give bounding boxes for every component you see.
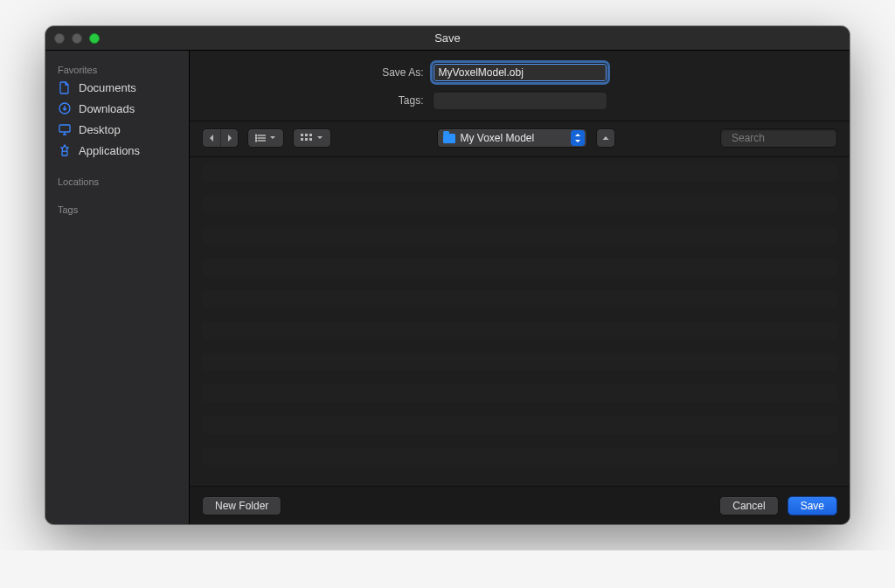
tags-input[interactable] xyxy=(433,91,607,110)
svg-rect-10 xyxy=(309,134,312,136)
chevron-down-icon xyxy=(269,135,276,141)
grid-icon xyxy=(301,134,313,142)
svg-point-6 xyxy=(255,137,257,139)
toolbar: My Voxel Model xyxy=(190,121,850,157)
minimize-window-button[interactable] xyxy=(72,33,82,44)
sidebar-item-label: Desktop xyxy=(79,123,121,136)
sidebar-item-label: Documents xyxy=(79,81,136,94)
titlebar: Save xyxy=(45,26,850,51)
nav-back-forward xyxy=(202,128,239,148)
save-as-label: Save As: xyxy=(232,66,424,79)
traffic-lights xyxy=(54,33,100,44)
new-folder-button[interactable]: New Folder xyxy=(202,496,281,515)
file-row-placeholder xyxy=(202,290,837,308)
sidebar: Favorites Documents Downloads Desktop xyxy=(45,51,190,524)
svg-rect-11 xyxy=(301,138,303,141)
search-field[interactable] xyxy=(720,128,837,148)
file-row-placeholder xyxy=(202,196,837,213)
sidebar-item-applications[interactable]: Applications xyxy=(45,140,189,161)
save-form: Save As: Tags: xyxy=(190,51,850,121)
svg-point-7 xyxy=(255,140,257,142)
svg-point-5 xyxy=(255,135,257,136)
file-row-placeholder xyxy=(202,322,837,339)
document-icon xyxy=(58,80,72,94)
collapse-button[interactable] xyxy=(596,128,615,148)
search-input[interactable] xyxy=(732,132,850,144)
sidebar-item-label: Downloads xyxy=(79,102,135,115)
folder-popup-button[interactable]: My Voxel Model xyxy=(437,128,587,148)
svg-rect-8 xyxy=(301,134,303,136)
svg-rect-1 xyxy=(59,125,70,132)
list-icon xyxy=(255,134,266,142)
applications-icon xyxy=(58,143,72,157)
file-row-placeholder xyxy=(202,447,837,465)
file-list[interactable] xyxy=(190,157,850,486)
back-button[interactable] xyxy=(203,129,220,147)
popup-arrows-icon xyxy=(571,130,585,146)
sidebar-item-documents[interactable]: Documents xyxy=(45,77,189,98)
sidebar-heading-favorites: Favorites xyxy=(45,59,189,77)
folder-icon xyxy=(443,134,455,143)
sidebar-item-label: Applications xyxy=(79,144,140,157)
sidebar-heading-locations: Locations xyxy=(45,171,189,189)
save-button[interactable]: Save xyxy=(787,496,837,515)
file-row-placeholder xyxy=(202,259,837,276)
sidebar-item-desktop[interactable]: Desktop xyxy=(45,119,189,140)
folder-popup-label: My Voxel Model xyxy=(461,132,535,144)
svg-rect-13 xyxy=(309,138,312,141)
file-row-placeholder xyxy=(202,353,837,370)
file-row-placeholder xyxy=(202,164,837,182)
sidebar-item-downloads[interactable]: Downloads xyxy=(45,98,189,119)
desktop-icon xyxy=(58,122,72,136)
chevron-left-icon xyxy=(208,134,215,142)
bottom-bar: New Folder Cancel Save xyxy=(190,486,850,524)
chevron-up-icon xyxy=(601,135,610,142)
file-row-placeholder xyxy=(202,384,837,402)
window-title: Save xyxy=(45,31,850,45)
forward-button[interactable] xyxy=(220,129,238,147)
save-dialog-window: Save Favorites Documents Downloads xyxy=(45,26,850,524)
svg-rect-12 xyxy=(305,138,308,141)
cancel-button[interactable]: Cancel xyxy=(719,496,778,515)
file-row-placeholder xyxy=(202,416,837,433)
chevron-right-icon xyxy=(226,134,233,142)
view-group-control[interactable] xyxy=(293,128,331,148)
save-as-input[interactable] xyxy=(433,63,607,82)
download-icon xyxy=(58,101,72,115)
tags-label: Tags: xyxy=(232,94,424,107)
chevron-down-icon xyxy=(316,135,323,141)
main-panel: Save As: Tags: xyxy=(190,51,850,524)
sidebar-heading-tags: Tags xyxy=(45,199,189,217)
file-row-placeholder xyxy=(202,227,837,245)
close-window-button[interactable] xyxy=(54,33,65,44)
view-list-control[interactable] xyxy=(247,128,284,148)
zoom-window-button[interactable] xyxy=(89,33,100,44)
svg-rect-9 xyxy=(305,134,308,136)
